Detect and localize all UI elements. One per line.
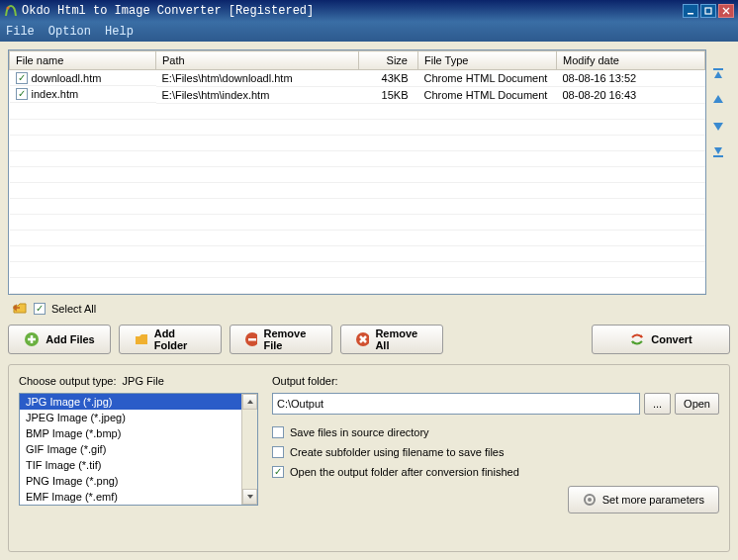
browse-button[interactable]: ... [644,393,671,415]
opt-save-source-checkbox[interactable] [272,426,284,438]
svg-rect-2 [705,8,711,14]
opt-open-after-checkbox[interactable] [272,466,284,478]
row-checkbox[interactable] [16,88,28,100]
scroll-down-icon[interactable] [242,489,257,505]
list-item[interactable]: TIF Image (*.tif) [20,457,241,473]
list-item[interactable]: JPEG Image (*.jpeg) [20,410,241,425]
opt-subfolder-label: Create subfolder using filename to save … [290,446,504,458]
row-checkbox[interactable] [16,72,28,84]
output-type-label: Choose output type: [19,375,116,387]
move-up-icon[interactable] [711,93,725,109]
add-icon [24,331,40,347]
menu-option[interactable]: Option [48,25,91,39]
col-modify[interactable]: Modify date [557,51,705,70]
list-item[interactable]: BMP Image (*.bmp) [20,425,241,441]
file-table[interactable]: File name Path Size File Type Modify dat… [8,49,706,295]
list-item[interactable]: PNG Image (*.png) [20,473,241,489]
add-files-button[interactable]: Add Files [8,325,111,354]
output-folder-label: Output folder: [272,375,719,387]
lower-panel: Choose output type: JPG File JPG Image (… [8,364,730,552]
menu-file[interactable]: File [6,25,35,39]
remove-icon [244,331,257,347]
folder-up-icon[interactable] [12,301,28,317]
cell-path: E:\Files\htm\downloadl.htm [156,70,359,87]
col-path[interactable]: Path [156,51,359,70]
scroll-up-icon[interactable] [242,394,257,410]
gear-icon [583,493,597,507]
list-item[interactable]: GIF Image (*.gif) [20,441,241,457]
output-type-current: JPG File [123,375,164,387]
cell-type: Chrome HTML Document [418,70,557,87]
svg-rect-4 [713,155,723,157]
set-more-parameters-button[interactable]: Set more parameters [568,486,719,513]
remove-all-button[interactable]: Remove All [340,325,443,354]
col-type[interactable]: File Type [418,51,557,70]
reorder-buttons [706,49,730,295]
convert-button[interactable]: Convert [592,325,730,354]
cell-type: Chrome HTML Document [418,87,557,104]
convert-icon [629,331,645,347]
select-all-label: Select All [51,303,96,315]
maximize-button[interactable] [700,4,716,18]
cell-name: index.htm [32,88,79,100]
list-item[interactable]: JPG Image (*.jpg) [20,394,241,410]
opt-save-source-label: Save files in source directory [290,426,429,438]
opt-subfolder-checkbox[interactable] [272,446,284,458]
minimize-button[interactable] [683,4,698,18]
svg-rect-7 [248,338,256,341]
cell-modify: 08-08-16 13:52 [557,70,705,87]
table-row[interactable]: downloadl.htm E:\Files\htm\downloadl.htm… [10,70,705,87]
cell-modify: 08-08-20 16:43 [557,87,705,104]
cell-size: 15KB [359,87,418,104]
window-title: Okdo Html to Image Converter [Registered… [22,4,683,18]
svg-rect-1 [688,13,693,15]
opt-open-after-label: Open the output folder after conversion … [290,466,519,478]
svg-rect-3 [713,68,723,70]
menubar: File Option Help [0,22,738,42]
cell-name: downloadl.htm [32,72,102,84]
app-icon [4,4,18,18]
cell-path: E:\Files\htm\index.htm [156,87,359,104]
svg-point-0 [7,7,10,10]
close-button[interactable] [718,4,734,18]
remove-file-button[interactable]: Remove File [230,325,332,354]
output-folder-input[interactable] [272,393,640,415]
menu-help[interactable]: Help [105,25,134,39]
titlebar: Okdo Html to Image Converter [Registered… [0,0,738,22]
col-name[interactable]: File name [10,51,156,70]
scrollbar[interactable] [241,394,257,505]
col-size[interactable]: Size [359,51,418,70]
svg-point-10 [588,498,592,502]
open-button[interactable]: Open [675,393,719,415]
folder-icon [134,331,148,347]
move-top-icon[interactable] [711,67,725,83]
cell-size: 43KB [359,70,418,87]
remove-all-icon [355,331,369,347]
add-folder-button[interactable]: Add Folder [119,325,222,354]
table-row[interactable]: index.htm E:\Files\htm\index.htm 15KB Ch… [10,87,705,104]
list-item[interactable]: EMF Image (*.emf) [20,489,241,505]
move-bottom-icon[interactable] [711,144,725,160]
output-type-listbox[interactable]: JPG Image (*.jpg)JPEG Image (*.jpeg)BMP … [20,394,241,505]
move-down-icon[interactable] [711,119,725,135]
select-all-checkbox[interactable] [34,303,46,315]
